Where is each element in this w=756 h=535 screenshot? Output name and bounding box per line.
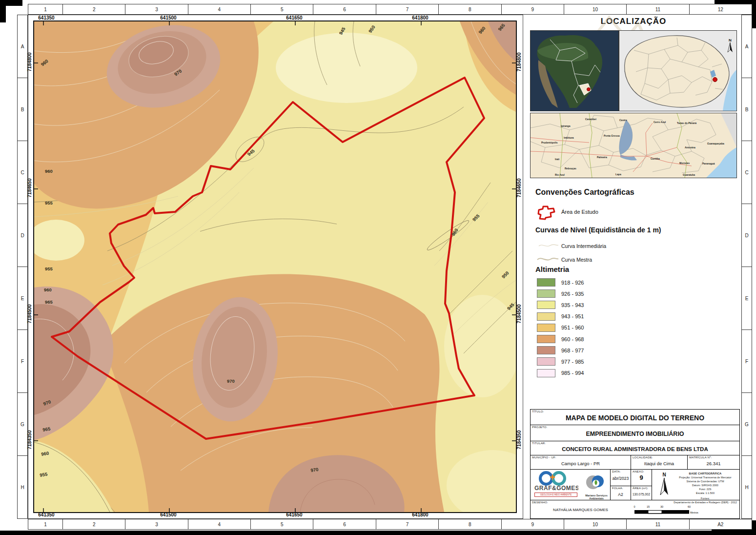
- altimetria-range-label: 918 - 926: [561, 280, 584, 286]
- right-coord-7184500: 7184500: [516, 305, 522, 324]
- grid-row-r-G: G: [742, 392, 752, 455]
- municipality-label-imbituva: Imbituva: [564, 136, 574, 139]
- grafgomes-tagline: GEOLOGIA E MEIO AMBIENTE: [534, 493, 577, 497]
- grid-row-r-A: A: [742, 15, 752, 78]
- anexo-label: ANEXO:: [633, 470, 644, 473]
- base-cartografica-lines: Projeção: Universal Transversa de Mercat…: [672, 476, 739, 495]
- localidade-value: Itaqui de Cima: [631, 461, 687, 466]
- altimetria-swatch: [537, 357, 555, 366]
- study-area-legend-label: Área de Estudo: [561, 209, 598, 215]
- grid-col-b-11: 11: [626, 519, 689, 529]
- grid-ruler-right: ABCDEFGH: [741, 15, 752, 519]
- bottom-coord-641500: 641500: [160, 512, 176, 517]
- altimetria-class-row: 918 - 926: [537, 278, 584, 287]
- titular-value: CONCEITO RURAL ADMINISTRADORA DE BENS LT…: [531, 446, 739, 452]
- parana-inset-map: N: [619, 30, 737, 111]
- left-coord-7184500: 7184500: [27, 305, 32, 324]
- mariano-logo-icon: [583, 471, 607, 494]
- contour-label-955: 955: [45, 266, 53, 271]
- terrain-map-frame: 9609709459509609659609559459559609659609…: [33, 21, 517, 513]
- municipality-label-ponta-grossa: Ponta Grossa: [604, 134, 620, 137]
- curva-mestra-icon: [537, 255, 559, 263]
- scale-bar: [634, 510, 698, 514]
- altimetria-class-row: 960 - 968: [537, 335, 584, 343]
- altimetria-class-row: 977 - 985: [537, 357, 584, 366]
- matricula-label: MATRÍCULA Nº:: [689, 456, 712, 459]
- right-coord-7184350: 7184350: [516, 431, 522, 450]
- crop-mark-bottom-bar: [0, 531, 756, 535]
- study-area-legend-icon: [537, 205, 556, 221]
- grid-row-r-H: H: [742, 455, 752, 518]
- municipality-label-rio-azul: Rio Azul: [555, 173, 565, 176]
- titular-label: TITULAR:: [532, 442, 546, 445]
- grid-col-12: 12: [689, 4, 752, 14]
- grid-col-b-2: 2: [62, 519, 125, 529]
- altimetria-class-row: 951 - 960: [537, 324, 584, 332]
- grid-row-l-H: H: [18, 455, 27, 518]
- municipality-label-tunas-do-paraná: Tunas do Paraná: [677, 122, 696, 124]
- municipality-label-lapa: Lapa: [615, 173, 621, 176]
- regional-inset-map: CarambeíCastroCerro AzulTunas do ParanáI…: [530, 113, 737, 178]
- contours-title: Curvas de Nível (Equidistância de 1 m): [535, 226, 661, 234]
- brazil-inset-svg: [531, 31, 618, 111]
- titulo-value: MAPA DE MODELO DIGITAL DO TERRENO: [531, 414, 739, 422]
- grid-col-4: 4: [188, 4, 250, 14]
- municipality-label-irati: Irati: [555, 158, 560, 161]
- grid-row-l-C: C: [18, 141, 27, 204]
- area-value: 130.075,002: [631, 493, 652, 496]
- svg-text:N: N: [729, 38, 732, 42]
- grid-ruler-bottom: 1234567891011A2: [28, 519, 752, 530]
- grid-col-b-A2: A2: [689, 519, 752, 529]
- bottom-coord-641350: 641350: [38, 512, 54, 517]
- top-coord-641650: 641650: [286, 15, 302, 21]
- municipality-label-palmeira: Palmeira: [597, 156, 607, 159]
- altimetria-class-row: 968 - 977: [537, 346, 584, 354]
- altimetria-range-label: 968 - 977: [561, 348, 584, 353]
- curva-intermediaria-label: Curva Intermediária: [561, 243, 606, 249]
- grid-col-9: 9: [501, 4, 564, 14]
- parana-inset-svg: N: [619, 31, 736, 111]
- grid-col-b-3: 3: [125, 519, 187, 529]
- folha-label: FOLHA:: [612, 487, 623, 490]
- base-cartografica-line: Projeção: Universal Transversa de Mercat…: [672, 476, 739, 480]
- projeto-value: EMPREENDIMENTO IMOBILIÁRIO: [531, 431, 739, 437]
- grid-col-1: 1: [28, 4, 62, 14]
- grid-row-l-E: E: [18, 267, 27, 329]
- map-sheet: { "sheet": { "top_cells": ["1","2","3","…: [0, 0, 756, 535]
- top-coord-641800: 641800: [412, 15, 428, 21]
- grid-col-b-4: 4: [188, 519, 250, 529]
- grid-row-r-F: F: [742, 329, 752, 392]
- grid-col-b-7: 7: [376, 519, 438, 529]
- north-arrow-titleblock: N: [658, 472, 671, 498]
- left-coord-7184650: 7184650: [27, 179, 32, 198]
- base-cartografica-line: Escala: 1:1.500: [672, 492, 739, 495]
- altimetria-range-label: 951 - 960: [561, 325, 584, 330]
- scale-unit: Metros: [690, 511, 698, 514]
- scale-tick-0: 0: [633, 505, 635, 508]
- bottom-coord-641650: 641650: [286, 512, 302, 517]
- projeto-label: PROJETO:: [532, 426, 548, 429]
- altimetria-class-row: 985 - 994: [537, 369, 584, 377]
- altimetria-swatch: [537, 369, 555, 377]
- data-label: DATA:: [612, 470, 621, 473]
- municipality-label-cerro-azul: Cerro Azul: [654, 121, 666, 123]
- contour-label-970: 970: [310, 467, 319, 473]
- curva-intermediaria-icon: [538, 242, 559, 249]
- altimetria-range-label: 960 - 968: [561, 336, 584, 342]
- left-coord-7184800: 7184800: [27, 53, 32, 72]
- municipio-label: MUNICÍPIO - UF:: [532, 456, 556, 459]
- municipality-label-ipiranga: Ipiranga: [561, 124, 571, 127]
- altimetria-swatch: [537, 278, 555, 287]
- altimetria-class-row: 943 - 951: [537, 312, 584, 321]
- municipality-label-rebouças: Rebouças: [565, 167, 576, 170]
- regional-inset-svg: CarambeíCastroCerro AzulTunas do ParanáI…: [531, 113, 736, 178]
- grid-col-b-1: 1: [28, 519, 62, 529]
- top-coord-641500: 641500: [160, 15, 176, 21]
- altimetria-range-label: 935 - 943: [561, 302, 584, 308]
- desenho-label: DESENHO:: [532, 501, 548, 504]
- altimetria-class-row: 935 - 943: [537, 301, 584, 309]
- grid-col-b-6: 6: [313, 519, 375, 529]
- left-coord-7184350: 7184350: [27, 431, 32, 450]
- municipality-label-antonina: Antonina: [685, 146, 695, 149]
- grid-col-b-10: 10: [564, 519, 626, 529]
